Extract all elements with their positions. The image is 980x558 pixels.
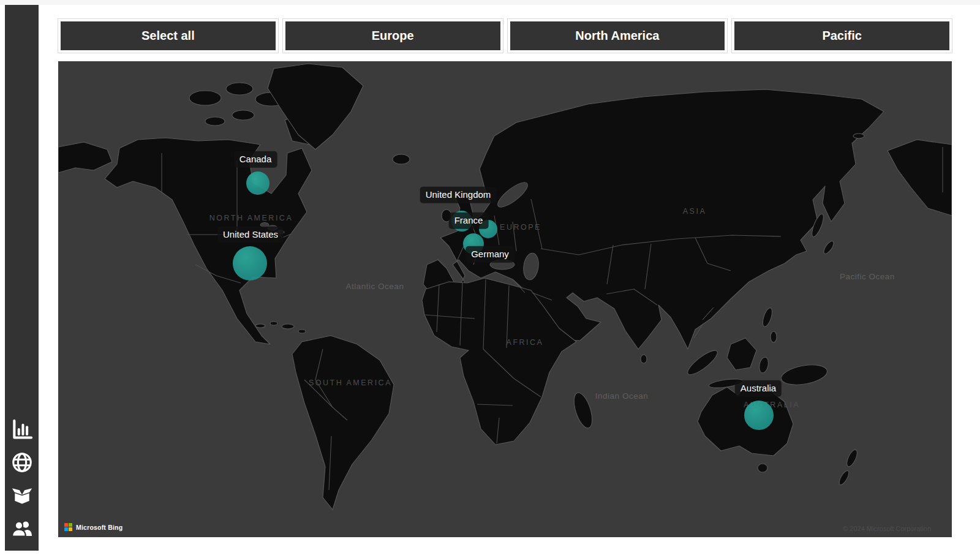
nav-sidebar <box>5 5 39 551</box>
globe-icon[interactable] <box>9 449 36 476</box>
bar-chart-icon[interactable] <box>9 416 36 443</box>
map-bubble-canada[interactable] <box>246 172 270 195</box>
people-icon[interactable] <box>9 515 36 542</box>
microsoft-logo-icon <box>64 523 72 531</box>
map-label-australia: Australia <box>735 380 782 397</box>
map-label-germany: Germany <box>466 246 514 263</box>
report-page: Select all Europe North America Pacific <box>0 0 980 558</box>
map-label-united-kingdom: United Kingdom <box>420 187 497 203</box>
world-map-svg: NORTH AMERICA SOUTH AMERICA EUROPE AFRIC… <box>58 61 952 537</box>
bing-logo-text: Microsoft Bing <box>76 524 123 531</box>
landmasses <box>58 64 952 510</box>
slicer-button-north-america[interactable]: North America <box>508 19 728 53</box>
continent-label-europe: EUROPE <box>500 223 541 232</box>
ocean-label-indian: Indian Ocean <box>595 391 648 401</box>
open-box-icon[interactable] <box>9 482 36 509</box>
bing-attribution: Microsoft Bing <box>64 523 123 531</box>
map-label-france: France <box>449 213 489 229</box>
map-bubble-united-states[interactable] <box>233 246 267 281</box>
continent-label-north-america: NORTH AMERICA <box>209 214 293 222</box>
slicer-button-select-all[interactable]: Select all <box>58 19 278 53</box>
continent-label-south-america: SOUTH AMERICA <box>309 379 392 387</box>
region-slicer-row: Select all Europe North America Pacific <box>58 19 952 53</box>
map-visual[interactable]: NORTH AMERICA SOUTH AMERICA EUROPE AFRIC… <box>58 61 952 537</box>
slicer-button-europe[interactable]: Europe <box>283 19 503 53</box>
map-label-canada: Canada <box>234 151 277 168</box>
map-bubble-australia[interactable] <box>744 401 774 430</box>
top-strip <box>0 0 980 5</box>
continent-label-africa: AFRICA <box>507 338 544 347</box>
ocean-label-atlantic: Atlantic Ocean <box>346 282 404 291</box>
map-copyright: © 2024 Microsoft Corporation <box>843 525 931 532</box>
map-label-united-states: United States <box>217 227 284 243</box>
slicer-button-pacific[interactable]: Pacific <box>732 19 952 53</box>
continent-label-asia: ASIA <box>683 207 707 216</box>
ocean-label-pacific: Pacific Ocean <box>840 272 895 281</box>
